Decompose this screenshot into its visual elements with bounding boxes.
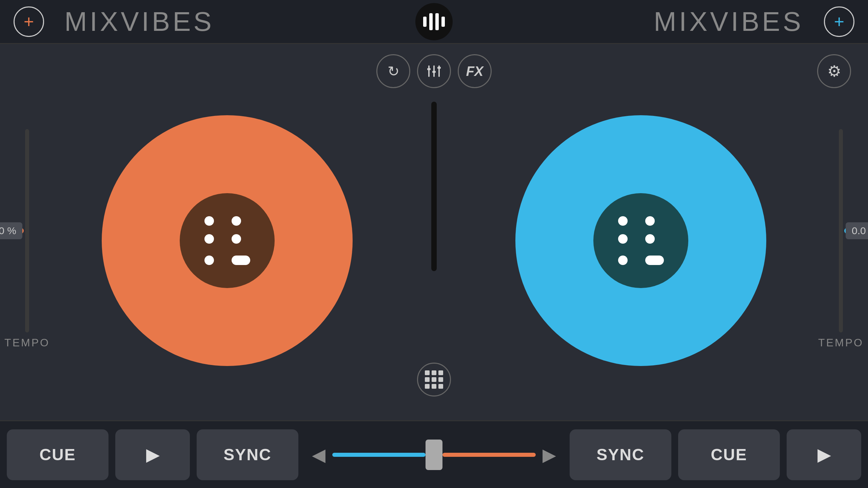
dot [232,216,241,226]
plus-left-icon: + [24,12,34,32]
tempo-right-value: 0.0 % [846,222,868,239]
turntable-right-center [593,193,688,288]
crossfader-left-track [332,453,426,457]
cue-right-button[interactable]: CUE [678,429,780,480]
header-right: MIXVIBES + [654,6,854,37]
dot [204,216,214,226]
turntable-left[interactable] [102,115,353,366]
center-panel [400,68,468,413]
plus-right-icon: + [834,12,844,32]
grid-cell [432,377,436,382]
grid-cell [438,370,443,375]
dot [232,234,241,244]
dot [618,234,628,244]
grid-cell [425,384,430,389]
eq-icon [426,63,442,79]
tempo-left-track[interactable]: 0.0 % [25,129,29,332]
header: + MIXVIBES MIXVIBES + [0,0,868,44]
bars-icon [423,13,445,30]
tempo-right-container: 0.0 % TEMPO [814,125,868,356]
grid-cell [432,384,436,389]
dot [232,256,250,265]
gear-icon: ⚙ [827,62,841,80]
play-left-button[interactable]: ▶ [115,429,190,480]
svg-rect-5 [437,67,441,69]
play-right-button[interactable]: ▶ [787,429,861,480]
svg-rect-3 [427,68,431,70]
bar1 [423,17,427,27]
dot [618,216,628,226]
crossfader-track[interactable] [332,452,536,458]
controls-row: ↻ FX ⚙ [0,44,868,92]
grid-cell [438,384,443,389]
grid-icon [425,370,443,389]
tempo-right-label: TEMPO [818,337,864,349]
sync-right-label: SYNC [596,445,644,464]
dot [645,256,664,265]
main-area: ↻ FX ⚙ 0.0 % TEMPO [0,44,868,420]
grid-cell [432,370,436,375]
center-logo[interactable] [415,3,453,40]
cue-right-label: CUE [711,445,747,464]
grid-cell [425,377,430,382]
bar3 [435,13,439,30]
crossfader-right-track [442,453,536,457]
eq-button[interactable] [417,54,451,88]
brand-name-left: MIXVIBES [64,6,214,37]
fx-button[interactable]: FX [458,54,492,88]
crossfader-thumb[interactable] [426,440,442,470]
tempo-right-track[interactable]: 0.0 % [839,129,843,332]
sync-right-button[interactable]: SYNC [570,429,671,480]
dots-right [611,209,671,272]
bar2 [429,13,433,30]
turntable-left-wrapper [54,115,400,366]
tempo-left-label: TEMPO [4,337,50,349]
tempo-left-container: 0.0 % TEMPO [0,125,54,356]
bottom-bar: CUE ▶ SYNC ◀ ▶ SYNC CUE ▶ [0,420,868,488]
bar4 [441,17,445,27]
loop-icon: ↻ [388,63,399,80]
dot [204,256,214,265]
cue-left-button[interactable]: CUE [7,429,108,480]
turntable-right-wrapper [468,115,814,366]
turntable-left-center [180,193,275,288]
dots-left [198,209,257,272]
turntable-right[interactable] [515,115,766,366]
crossfader-left-arrow[interactable]: ◀ [312,445,326,465]
loop-button[interactable]: ↻ [376,54,410,88]
brand-name-right: MIXVIBES [654,6,804,37]
dot [204,234,214,244]
header-left: + MIXVIBES [14,6,214,37]
dot [645,216,655,226]
dot [618,256,628,265]
sync-left-label: SYNC [223,445,271,464]
tempo-left-value: 0.0 % [0,222,22,239]
svg-rect-4 [432,71,436,73]
add-track-right-button[interactable]: + [824,6,854,37]
play-left-icon: ▶ [146,445,159,464]
grid-cell [438,377,443,382]
grid-button[interactable] [417,363,451,396]
play-right-icon: ▶ [817,445,831,464]
settings-button[interactable]: ⚙ [817,54,851,88]
sync-left-button[interactable]: SYNC [197,429,298,480]
turntables-area: 0.0 % TEMPO [0,61,868,420]
crossfader-right-arrow[interactable]: ▶ [542,445,556,465]
fx-label: FX [466,64,483,79]
dot [645,234,655,244]
center-vertical-fader[interactable] [431,102,437,271]
add-track-left-button[interactable]: + [14,6,44,37]
grid-cell [425,370,430,375]
crossfader-section: ◀ ▶ [305,445,563,465]
cue-left-label: CUE [39,445,76,464]
